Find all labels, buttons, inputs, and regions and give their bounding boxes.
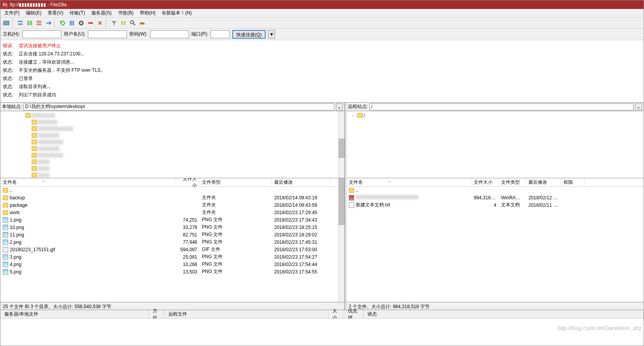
file-row[interactable]: .. [346,186,644,194]
col-size[interactable]: 文件大小 [176,178,200,186]
menu-file[interactable]: 文件(F) [1,9,23,17]
local-path-dropdown[interactable]: ⌄ [336,103,343,110]
toggle-tree-button[interactable] [25,19,34,27]
binoculars-icon[interactable] [138,19,146,27]
remote-path-dropdown[interactable]: ⌄ [635,103,642,110]
file-icon [3,240,8,245]
svg-rect-13 [124,21,126,25]
menu-edit[interactable]: 编辑(E) [23,9,45,17]
transfer-queue-header[interactable]: 服务器/本地文件 方向 远程文件 大小 优先级 状态 [0,310,644,318]
file-row[interactable]: 3.png25,081PNG 文件2018/02/23 17:54:27 [0,253,344,261]
col-permissions[interactable]: 权限 [561,178,585,186]
toggle-queue-button[interactable] [35,19,43,27]
file-row[interactable]: package文件夹2018/02/14 09:43:59 [0,201,344,209]
remote-file-list[interactable]: 文件名 文件大小 文件类型 最近修改 权限 ..984,318,514WinRA… [346,178,644,302]
menu-help[interactable]: 帮助(H) [137,9,159,17]
local-path-input[interactable] [23,103,334,110]
local-path-row: 本地站点: ⌄ [0,103,344,111]
svg-rect-0 [4,21,9,25]
toggle-log-button[interactable] [16,19,25,27]
remote-tree[interactable]: ⋯/ [346,111,644,178]
app-logo-icon: Fz [2,2,8,8]
col-type[interactable]: 文件类型 [200,178,272,186]
file-row[interactable]: 5.png13,503PNG 文件2018/02/23 17:54:55 [0,268,344,275]
host-input[interactable] [22,30,61,38]
disconnect-button[interactable] [86,19,95,27]
remote-pane: 远程站点: ⌄ ⋯/ 文件名 文件大小 文件类型 最近修改 权限 ..984,3… [346,103,644,310]
svg-rect-11 [88,22,93,24]
port-input[interactable] [211,30,230,38]
search-button[interactable] [128,19,137,27]
col-name[interactable]: 文件名 [0,178,176,186]
log-line: 状态: 列出"/"的目录成功 [3,91,641,99]
file-row[interactable]: 20180223_175151.gif594,087GIF 文件2018/02/… [0,246,344,253]
folder-icon [3,188,8,193]
remote-list-header[interactable]: 文件名 文件大小 文件类型 最近修改 权限 [346,178,644,186]
reconnect-button[interactable] [96,19,104,27]
remote-site-label: 远程站点: [348,103,368,110]
message-log[interactable]: 错误: 尝试连接被用户终止状态: 正在连接 120.24.73.237:2100… [0,40,644,103]
password-input[interactable] [150,30,189,38]
svg-rect-12 [121,21,123,25]
title-bar: Fz ftp://▮▮▮▮▮▮▮▮▮▮ - FileZilla [0,0,644,9]
file-icon [3,262,8,267]
col-size[interactable]: 文件大小 [471,178,499,186]
local-file-list[interactable]: 文件名 文件大小 文件类型 最近修改 ..backup文件夹2018/02/14… [0,178,344,302]
quick-connect-button[interactable]: 快速连接(Q) [232,30,266,39]
port-label: 端口(P): [191,31,208,37]
local-tree-scrollbar[interactable] [338,111,344,178]
file-icon [3,247,8,252]
sync-browse-button[interactable] [44,19,53,27]
queue-col-status[interactable]: 状态 [364,310,644,319]
file-row[interactable]: .. [0,186,344,194]
col-modified[interactable]: 最近修改 [526,178,561,186]
file-row[interactable]: 10.png33,278PNG 文件2018/02/23 18:25:15 [0,224,344,231]
svg-rect-3 [27,21,29,25]
site-manager-button[interactable] [2,19,11,27]
user-input[interactable] [88,30,127,38]
menu-view[interactable]: 查看(V) [45,9,66,17]
svg-rect-8 [71,21,72,25]
svg-point-17 [142,22,144,25]
folder-icon [3,195,8,200]
remote-root-node[interactable]: / [364,113,365,118]
menu-bookmarks[interactable]: 书签(B) [115,9,137,17]
refresh-button[interactable] [58,19,67,27]
compare-button[interactable] [119,19,128,27]
toolbar [0,18,644,28]
file-row[interactable]: 11.png82,751PNG 文件2018/02/23 18:29:02 [0,231,344,238]
cancel-button[interactable] [77,19,86,27]
queue-col-server[interactable]: 服务器/本地文件 [0,310,149,319]
file-icon [3,217,8,223]
file-row[interactable]: 1.png74,251PNG 文件2018/02/23 17:34:43 [0,216,344,224]
svg-rect-2 [18,23,23,25]
filter-button[interactable] [110,19,118,27]
menu-server[interactable]: 服务器(S) [88,9,115,17]
svg-line-15 [133,23,135,25]
svg-rect-4 [30,21,32,25]
queue-col-remote[interactable]: 远程文件 [164,310,328,319]
remote-path-input[interactable] [369,103,633,110]
svg-rect-1 [18,21,23,22]
menu-update[interactable]: 有新版本！(N) [159,9,195,17]
file-row[interactable]: 2.png77,946PNG 文件2018/02/23 17:45:31 [0,238,344,246]
process-queue-button[interactable] [68,19,76,27]
local-list-header[interactable]: 文件名 文件大小 文件类型 最近修改 [0,178,344,186]
file-row[interactable]: backup文件夹2018/02/14 09:43:19 [0,194,344,201]
file-icon [349,195,354,201]
file-row[interactable]: 984,318,514WinRAR ...2018/02/12 0... [346,194,644,201]
log-line: 错误: 尝试连接被用户终止 [3,42,641,50]
menu-transfer[interactable]: 传输(T) [66,9,88,17]
transfer-queue[interactable] [0,318,644,346]
log-line: 状态: 正在连接 120.24.73.237:2100... [3,50,641,58]
col-name[interactable]: 文件名 [346,178,471,186]
local-list-scrollbar[interactable] [338,178,344,302]
col-type[interactable]: 文件类型 [499,178,526,186]
file-row[interactable]: work文件夹2018/02/23 17:29:45 [0,209,344,216]
file-row[interactable]: 新建文本文档.txt4文本文档2018/02/11 1... [346,201,644,209]
file-row[interactable]: 4.png10,266PNG 文件2018/02/23 17:54:44 [0,261,344,268]
log-line: 状态: 已登录 [3,75,641,83]
local-tree[interactable] [0,111,344,178]
quick-connect-dropdown[interactable]: ▼ [268,30,275,39]
col-modified[interactable]: 最近修改 [272,178,330,186]
